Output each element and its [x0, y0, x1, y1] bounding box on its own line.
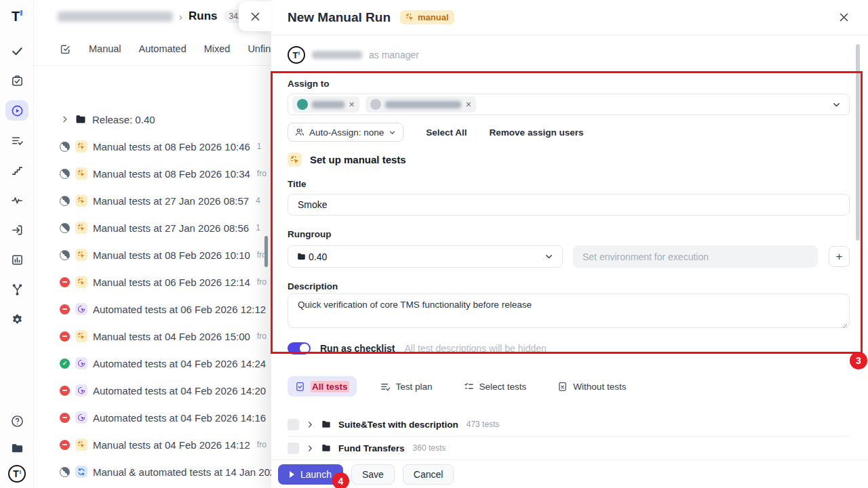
remove-assignee-icon[interactable]: ✕: [465, 101, 471, 108]
status-passed-icon: [60, 359, 70, 369]
auto-assign-button[interactable]: Auto-Assign: none: [288, 123, 403, 142]
panel-side-close-button[interactable]: [239, 1, 271, 31]
sidebar-item-branch-icon[interactable]: [5, 279, 28, 300]
chevron-right-icon[interactable]: [307, 421, 314, 428]
suite-checkbox[interactable]: [288, 443, 299, 454]
filter-tab-0[interactable]: Manual: [89, 43, 121, 54]
assignee-chip[interactable]: ✕: [292, 96, 359, 113]
select-all-button[interactable]: Select All: [426, 127, 467, 138]
run-suffix: fro: [257, 277, 267, 287]
assign-to-select[interactable]: ✕ ✕: [288, 94, 850, 115]
run-as-checklist-toggle[interactable]: [288, 342, 311, 354]
title-input[interactable]: [288, 194, 850, 216]
filter-tab-2[interactable]: Mixed: [204, 43, 231, 54]
sidebar-item-play-circle-icon[interactable]: [5, 100, 28, 121]
automated-icon: [75, 357, 87, 369]
assignee-chip[interactable]: ✕: [366, 96, 476, 113]
app-sidebar: T T: [0, 0, 34, 488]
status-failed-icon: [60, 304, 70, 314]
status-progress-icon: [60, 250, 70, 260]
assignee-avatar: [297, 99, 308, 110]
panel-scrollbar[interactable]: [856, 44, 860, 241]
panel-footer: Launch Save Cancel: [271, 460, 868, 488]
doc-check-icon: [295, 382, 305, 392]
save-button[interactable]: Save: [351, 464, 395, 485]
title-label: Title: [288, 179, 850, 189]
manual-icon: [75, 195, 87, 207]
description-textarea[interactable]: Quick verification of core TMS functiona…: [288, 293, 850, 328]
tests-tab-0[interactable]: All tests: [288, 376, 357, 396]
sidebar-item-list-check-icon[interactable]: [5, 130, 28, 150]
sidebar-item-import-icon[interactable]: [5, 220, 28, 240]
sidebar-item-gear-icon[interactable]: [5, 309, 28, 329]
manual-type-badge: manual: [400, 10, 454, 24]
environment-input[interactable]: [573, 245, 818, 268]
add-environment-button[interactable]: +: [829, 246, 850, 267]
app-logo-icon: T: [0, 7, 34, 26]
status-progress-icon: [60, 196, 70, 206]
assignee-name-redacted: [385, 101, 461, 108]
run-title: Automated tests at 06 Feb 2026 12:12: [93, 304, 266, 315]
panel-close-button[interactable]: [839, 12, 849, 22]
sidebar-item-check-icon[interactable]: [5, 41, 28, 61]
chevron-right-icon[interactable]: [61, 115, 69, 123]
filter-tab-1[interactable]: Automated: [139, 43, 186, 54]
run-suffix: 1: [256, 223, 260, 232]
run-title: Manual tests at 04 Feb 2026 15:00: [93, 331, 250, 342]
checklist-label: Run as checklist: [320, 343, 395, 354]
tests-tab-3[interactable]: Without tests: [550, 376, 633, 396]
sidebar-nav: [0, 41, 34, 329]
automated-icon: [75, 384, 87, 396]
chevron-right-icon[interactable]: [307, 445, 314, 452]
run-title: Manual tests at 08 Feb 2026 10:46: [93, 141, 250, 152]
tests-tab-2[interactable]: Select tests: [456, 376, 534, 396]
run-title: Automated tests at 04 Feb 2026 14:16: [93, 412, 266, 424]
select-runs-icon[interactable]: [60, 43, 71, 55]
sidebar-item-stairs-icon[interactable]: [5, 160, 28, 180]
folder-icon: [321, 420, 331, 429]
rungroup-select[interactable]: 0.40: [288, 245, 563, 268]
automated-icon: [75, 411, 87, 424]
status-failed-icon: [60, 277, 70, 287]
account-logo-icon[interactable]: T: [8, 465, 26, 483]
suite-test-count: 473 tests: [467, 420, 500, 429]
remove-assignee-icon[interactable]: ✕: [349, 101, 355, 108]
remove-assign-users-button[interactable]: Remove assign users: [490, 127, 584, 138]
checklist-hint: All test descriptions will be hidden: [405, 343, 547, 354]
users-icon: [295, 127, 304, 137]
runs-list-scrollbar[interactable]: [264, 236, 268, 267]
sidebar-item-bar-chart-icon[interactable]: [5, 249, 28, 270]
manual-icon: [75, 222, 87, 234]
suite-checkbox[interactable]: [288, 419, 299, 430]
assignee-avatar: [370, 99, 381, 110]
suite-row[interactable]: Suite&Test with description473 tests: [288, 413, 850, 435]
chevron-down-icon: [545, 252, 553, 261]
sidebar-item-clipboard-check-icon[interactable]: [5, 70, 28, 91]
run-suffix: fro: [257, 169, 267, 178]
manual-icon: [75, 439, 87, 451]
run-title: Automated tests at 04 Feb 2026 14:20: [93, 385, 266, 396]
manual-icon: [288, 152, 302, 167]
automated-icon: [75, 303, 87, 315]
help-icon[interactable]: [5, 411, 28, 431]
cancel-button[interactable]: Cancel: [403, 464, 454, 485]
breadcrumb-separator: ›: [179, 11, 182, 22]
manual-icon: [75, 249, 87, 261]
breadcrumb-section[interactable]: Runs: [189, 9, 218, 23]
launch-button[interactable]: Launch: [278, 464, 343, 485]
run-title: Manual tests at 27 Jan 2026 08:56: [93, 222, 249, 234]
status-progress-icon: [60, 142, 70, 152]
owner-role: as manager: [369, 49, 419, 60]
status-failed-icon: [60, 386, 70, 396]
folder-icon: [321, 443, 331, 453]
manual-icon: [75, 276, 87, 288]
tests-tab-1[interactable]: Test plan: [373, 376, 440, 396]
suite-row[interactable]: Fund Transfers360 tests: [288, 437, 850, 459]
project-name-redacted[interactable]: [58, 12, 173, 22]
projects-folder-icon[interactable]: [5, 438, 28, 458]
sidebar-item-pulse-icon[interactable]: [5, 190, 28, 210]
suite-name: Suite&Test with description: [338, 420, 458, 430]
status-failed-icon: [60, 331, 70, 342]
suites-tree: Suite&Test with description473 testsFund…: [288, 413, 850, 459]
assign-to-label: Assign to: [288, 79, 850, 89]
